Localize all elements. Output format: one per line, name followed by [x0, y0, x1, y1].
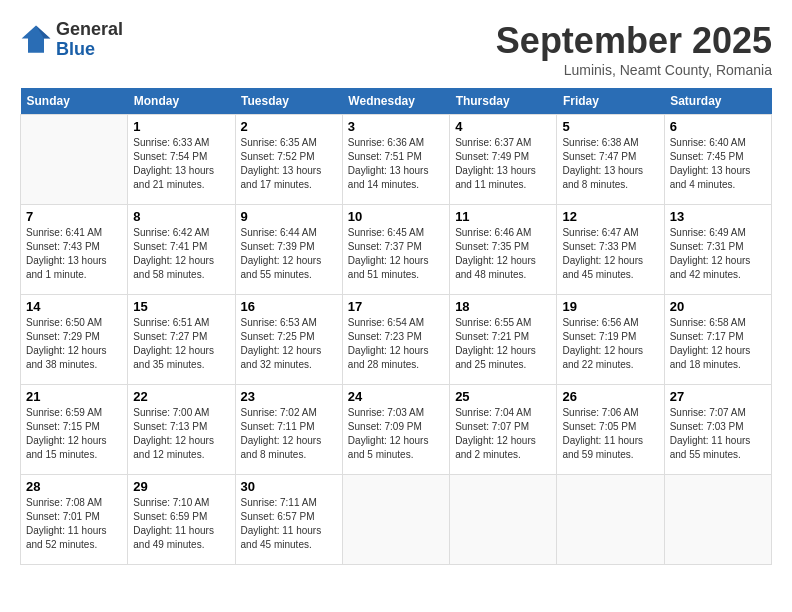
table-row: 13Sunrise: 6:49 AM Sunset: 7:31 PM Dayli… [664, 205, 771, 295]
calendar-header-row: Sunday Monday Tuesday Wednesday Thursday… [21, 88, 772, 115]
svg-marker-0 [22, 25, 51, 52]
logo-blue-text: Blue [56, 40, 123, 60]
table-row [450, 475, 557, 565]
table-row: 25Sunrise: 7:04 AM Sunset: 7:07 PM Dayli… [450, 385, 557, 475]
day-info: Sunrise: 6:37 AM Sunset: 7:49 PM Dayligh… [455, 136, 551, 192]
col-monday: Monday [128, 88, 235, 115]
table-row: 16Sunrise: 6:53 AM Sunset: 7:25 PM Dayli… [235, 295, 342, 385]
title-section: September 2025 Luminis, Neamt County, Ro… [496, 20, 772, 78]
day-number: 29 [133, 479, 229, 494]
day-info: Sunrise: 6:45 AM Sunset: 7:37 PM Dayligh… [348, 226, 444, 282]
table-row [21, 115, 128, 205]
day-info: Sunrise: 7:00 AM Sunset: 7:13 PM Dayligh… [133, 406, 229, 462]
table-row: 11Sunrise: 6:46 AM Sunset: 7:35 PM Dayli… [450, 205, 557, 295]
calendar-week-row: 28Sunrise: 7:08 AM Sunset: 7:01 PM Dayli… [21, 475, 772, 565]
table-row: 21Sunrise: 6:59 AM Sunset: 7:15 PM Dayli… [21, 385, 128, 475]
table-row: 10Sunrise: 6:45 AM Sunset: 7:37 PM Dayli… [342, 205, 449, 295]
day-number: 20 [670, 299, 766, 314]
day-number: 24 [348, 389, 444, 404]
table-row [664, 475, 771, 565]
table-row: 19Sunrise: 6:56 AM Sunset: 7:19 PM Dayli… [557, 295, 664, 385]
day-info: Sunrise: 6:42 AM Sunset: 7:41 PM Dayligh… [133, 226, 229, 282]
table-row: 17Sunrise: 6:54 AM Sunset: 7:23 PM Dayli… [342, 295, 449, 385]
day-info: Sunrise: 6:53 AM Sunset: 7:25 PM Dayligh… [241, 316, 337, 372]
day-info: Sunrise: 6:50 AM Sunset: 7:29 PM Dayligh… [26, 316, 122, 372]
table-row: 20Sunrise: 6:58 AM Sunset: 7:17 PM Dayli… [664, 295, 771, 385]
table-row: 27Sunrise: 7:07 AM Sunset: 7:03 PM Dayli… [664, 385, 771, 475]
day-number: 28 [26, 479, 122, 494]
day-number: 19 [562, 299, 658, 314]
day-number: 16 [241, 299, 337, 314]
day-number: 2 [241, 119, 337, 134]
day-info: Sunrise: 6:36 AM Sunset: 7:51 PM Dayligh… [348, 136, 444, 192]
day-info: Sunrise: 7:03 AM Sunset: 7:09 PM Dayligh… [348, 406, 444, 462]
table-row: 8Sunrise: 6:42 AM Sunset: 7:41 PM Daylig… [128, 205, 235, 295]
day-number: 22 [133, 389, 229, 404]
location-subtitle: Luminis, Neamt County, Romania [496, 62, 772, 78]
table-row [557, 475, 664, 565]
day-number: 13 [670, 209, 766, 224]
day-info: Sunrise: 7:06 AM Sunset: 7:05 PM Dayligh… [562, 406, 658, 462]
col-thursday: Thursday [450, 88, 557, 115]
day-info: Sunrise: 6:35 AM Sunset: 7:52 PM Dayligh… [241, 136, 337, 192]
day-number: 27 [670, 389, 766, 404]
day-info: Sunrise: 7:11 AM Sunset: 6:57 PM Dayligh… [241, 496, 337, 552]
day-number: 7 [26, 209, 122, 224]
month-title: September 2025 [496, 20, 772, 62]
day-number: 14 [26, 299, 122, 314]
page-header: General Blue September 2025 Luminis, Nea… [20, 20, 772, 78]
table-row: 23Sunrise: 7:02 AM Sunset: 7:11 PM Dayli… [235, 385, 342, 475]
table-row: 6Sunrise: 6:40 AM Sunset: 7:45 PM Daylig… [664, 115, 771, 205]
day-number: 17 [348, 299, 444, 314]
calendar-table: Sunday Monday Tuesday Wednesday Thursday… [20, 88, 772, 565]
day-number: 10 [348, 209, 444, 224]
table-row: 15Sunrise: 6:51 AM Sunset: 7:27 PM Dayli… [128, 295, 235, 385]
calendar-week-row: 21Sunrise: 6:59 AM Sunset: 7:15 PM Dayli… [21, 385, 772, 475]
day-number: 23 [241, 389, 337, 404]
table-row: 29Sunrise: 7:10 AM Sunset: 6:59 PM Dayli… [128, 475, 235, 565]
day-info: Sunrise: 6:58 AM Sunset: 7:17 PM Dayligh… [670, 316, 766, 372]
col-saturday: Saturday [664, 88, 771, 115]
day-info: Sunrise: 6:46 AM Sunset: 7:35 PM Dayligh… [455, 226, 551, 282]
logo-icon [20, 24, 52, 56]
day-number: 11 [455, 209, 551, 224]
calendar-week-row: 1Sunrise: 6:33 AM Sunset: 7:54 PM Daylig… [21, 115, 772, 205]
day-number: 3 [348, 119, 444, 134]
table-row: 24Sunrise: 7:03 AM Sunset: 7:09 PM Dayli… [342, 385, 449, 475]
table-row: 5Sunrise: 6:38 AM Sunset: 7:47 PM Daylig… [557, 115, 664, 205]
day-info: Sunrise: 6:59 AM Sunset: 7:15 PM Dayligh… [26, 406, 122, 462]
day-info: Sunrise: 6:38 AM Sunset: 7:47 PM Dayligh… [562, 136, 658, 192]
day-info: Sunrise: 6:44 AM Sunset: 7:39 PM Dayligh… [241, 226, 337, 282]
table-row: 30Sunrise: 7:11 AM Sunset: 6:57 PM Dayli… [235, 475, 342, 565]
day-number: 8 [133, 209, 229, 224]
day-info: Sunrise: 6:55 AM Sunset: 7:21 PM Dayligh… [455, 316, 551, 372]
table-row: 9Sunrise: 6:44 AM Sunset: 7:39 PM Daylig… [235, 205, 342, 295]
day-number: 5 [562, 119, 658, 134]
day-number: 18 [455, 299, 551, 314]
day-info: Sunrise: 6:54 AM Sunset: 7:23 PM Dayligh… [348, 316, 444, 372]
day-number: 9 [241, 209, 337, 224]
table-row: 28Sunrise: 7:08 AM Sunset: 7:01 PM Dayli… [21, 475, 128, 565]
col-tuesday: Tuesday [235, 88, 342, 115]
day-info: Sunrise: 7:07 AM Sunset: 7:03 PM Dayligh… [670, 406, 766, 462]
col-sunday: Sunday [21, 88, 128, 115]
day-number: 6 [670, 119, 766, 134]
day-number: 15 [133, 299, 229, 314]
col-friday: Friday [557, 88, 664, 115]
day-number: 25 [455, 389, 551, 404]
day-info: Sunrise: 6:41 AM Sunset: 7:43 PM Dayligh… [26, 226, 122, 282]
logo-general-text: General [56, 20, 123, 40]
day-number: 1 [133, 119, 229, 134]
table-row: 22Sunrise: 7:00 AM Sunset: 7:13 PM Dayli… [128, 385, 235, 475]
calendar-week-row: 7Sunrise: 6:41 AM Sunset: 7:43 PM Daylig… [21, 205, 772, 295]
day-number: 21 [26, 389, 122, 404]
day-info: Sunrise: 6:51 AM Sunset: 7:27 PM Dayligh… [133, 316, 229, 372]
day-info: Sunrise: 7:04 AM Sunset: 7:07 PM Dayligh… [455, 406, 551, 462]
logo-text: General Blue [56, 20, 123, 60]
logo: General Blue [20, 20, 123, 60]
table-row [342, 475, 449, 565]
table-row: 12Sunrise: 6:47 AM Sunset: 7:33 PM Dayli… [557, 205, 664, 295]
calendar-week-row: 14Sunrise: 6:50 AM Sunset: 7:29 PM Dayli… [21, 295, 772, 385]
table-row: 7Sunrise: 6:41 AM Sunset: 7:43 PM Daylig… [21, 205, 128, 295]
col-wednesday: Wednesday [342, 88, 449, 115]
